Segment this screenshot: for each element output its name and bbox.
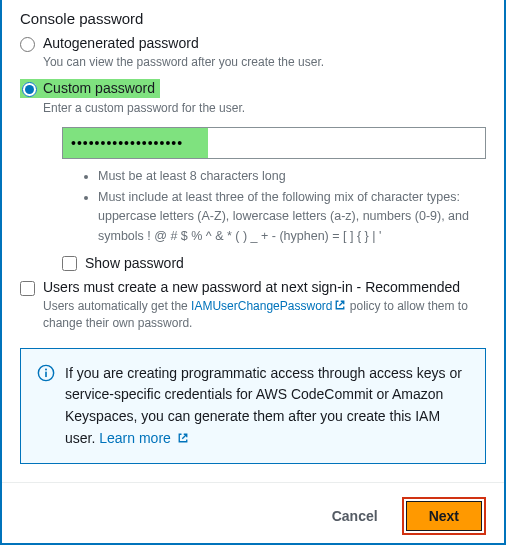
password-requirements: Must be at least 8 characters long Must … [82, 167, 486, 247]
force-change-helper: Users automatically get the IAMUserChang… [43, 298, 486, 332]
svg-rect-2 [45, 371, 47, 376]
radio-autogenerated-label: Autogenerated password [43, 35, 199, 51]
radio-custom[interactable]: Custom password [20, 79, 486, 98]
password-field-wrap [62, 127, 486, 159]
learn-more-link[interactable]: Learn more [99, 430, 188, 446]
req-chartypes: Must include at least three of the follo… [98, 188, 486, 246]
footer: Cancel Next [2, 483, 504, 545]
svg-point-1 [45, 368, 47, 370]
radio-custom-input[interactable] [22, 82, 37, 97]
iam-policy-link[interactable]: IAMUserChangePassword [191, 299, 346, 313]
custom-helper: Enter a custom password for the user. [43, 100, 486, 117]
force-change-checkbox[interactable] [20, 281, 35, 296]
show-password-label: Show password [85, 255, 184, 271]
radio-autogenerated-input[interactable] [20, 37, 35, 52]
password-input[interactable] [62, 127, 486, 159]
autogen-helper: You can view the password after you crea… [43, 54, 486, 71]
force-change-row[interactable]: Users must create a new password at next… [20, 279, 486, 296]
next-button[interactable]: Next [406, 501, 482, 531]
req-length: Must be at least 8 characters long [98, 167, 486, 186]
radio-custom-label: Custom password [43, 80, 155, 96]
radio-autogenerated[interactable]: Autogenerated password [20, 35, 486, 52]
info-box: If you are creating programmatic access … [20, 348, 486, 465]
cancel-button[interactable]: Cancel [322, 502, 388, 530]
external-link-icon [334, 299, 346, 311]
force-change-helper-pre: Users automatically get the [43, 299, 191, 313]
force-change-label: Users must create a new password at next… [43, 279, 460, 295]
next-button-highlight: Next [402, 497, 486, 535]
info-icon [37, 364, 55, 382]
show-password-checkbox[interactable] [62, 256, 77, 271]
external-link-icon [177, 432, 189, 444]
section-title: Console password [20, 10, 486, 27]
panel-body: Console password Autogenerated password … [2, 0, 504, 483]
show-password-row[interactable]: Show password [62, 254, 486, 271]
info-text: If you are creating programmatic access … [65, 363, 469, 450]
console-password-panel: Console password Autogenerated password … [0, 0, 506, 545]
